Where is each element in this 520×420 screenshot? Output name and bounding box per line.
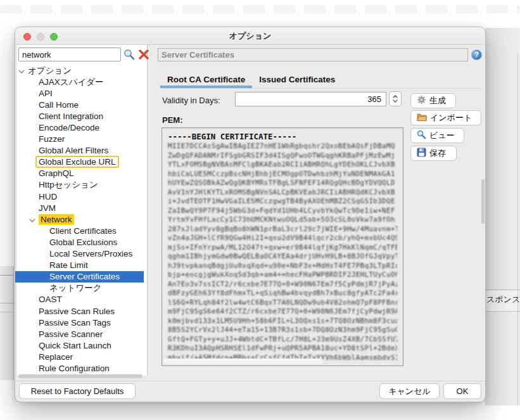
import-button[interactable]: インポート xyxy=(410,110,481,125)
pem-redacted-line: MIIE7DCCAsSgAwIBAgIEZ7nHE1WbRgbqshr2QxoB… xyxy=(168,142,397,151)
chevron-down-icon[interactable] xyxy=(18,67,25,73)
tree-item-oast[interactable]: OAST xyxy=(15,294,144,305)
tree-vertical-scrollbar[interactable] xyxy=(481,179,485,224)
tree-item-client-certificates[interactable]: Client Certificates xyxy=(15,225,144,236)
help-icon[interactable]: ? xyxy=(471,49,482,60)
tree-item-local-servers-proxies[interactable]: Local Servers/Proxies xyxy=(15,248,144,260)
tree-search-input[interactable] xyxy=(18,48,121,61)
tree-item-label: オプション xyxy=(28,65,72,76)
pem-redacted-line: i+JvdTEOTF1HwVGaILE5MCczgwgTB4ByAXOEhMBZ… xyxy=(168,197,397,207)
pem-redacted-line: GftQ+FGTy+y+uJJ+4WbtdC+TBfLc/7H8L+J3m9Us… xyxy=(168,335,397,345)
tree-item-global-exclude-url[interactable]: Global Exclude URL xyxy=(15,156,144,168)
gear-icon xyxy=(417,95,426,106)
view-button[interactable]: ビュー xyxy=(410,128,464,143)
tree-item-encode-decode[interactable]: Encode/Decode xyxy=(15,122,144,133)
tree-item-label: Httpセッション xyxy=(39,179,98,190)
tree-item-label: ネットワーク xyxy=(49,283,102,293)
dialog-title: オプション xyxy=(15,27,485,45)
tree-horizontal-scrollbar[interactable] xyxy=(18,374,143,378)
view-button-label: ビュー xyxy=(429,130,455,141)
tree-item-label: Fuzzer xyxy=(39,134,65,144)
tree-item-rate-limit[interactable]: Rate Limit xyxy=(15,260,144,271)
search-icon[interactable] xyxy=(123,48,136,61)
tree-item-global-alert-filters[interactable]: Global Alert Filters xyxy=(15,145,144,156)
pem-redacted-block: MIIE7DCCAsSgAwIBAgIEZ7nHE1WbRgbqshr2QxoB… xyxy=(168,142,397,362)
pem-redacted-line: m9FjC95gS6e64f2CTZ/r6cxbe7E77Q+0+W90N6JE… xyxy=(168,307,397,317)
save-button[interactable]: 保存 xyxy=(410,146,457,161)
pem-redacted-line: 287xJladYyv8gBqBo8hWN1prBaL3crl29c7jWIE+… xyxy=(168,225,397,234)
pem-redacted-line: mjSs+IFnYrpwA/ML12O47t+qxw+er9B44lqfjKg7… xyxy=(168,243,397,253)
panel-title: Server Certificates xyxy=(158,48,468,61)
tree-item-label: Global Alert Filters xyxy=(39,145,108,156)
pem-redacted-line: hJ9tvpkanqBdgjUu0xqXqd+u90e+NbF3x+MdHsT4… xyxy=(168,262,397,271)
tree-item-label: Replacer xyxy=(39,352,73,362)
pem-label: PEM: xyxy=(162,115,183,125)
chevron-down-icon[interactable] xyxy=(29,216,35,222)
validity-in-days-field[interactable] xyxy=(235,92,386,106)
tab-issued-certificates[interactable]: Issued Certificates xyxy=(252,73,342,88)
floppy-icon xyxy=(417,148,426,159)
import-button-label: インポート xyxy=(430,112,472,124)
tab-root-ca-certificate[interactable]: Root CA Certificate xyxy=(160,73,252,88)
tree-item-replacer[interactable]: Replacer xyxy=(15,351,144,362)
tree-item-ajax[interactable]: AJAXスパイダー xyxy=(15,76,144,87)
pem-textarea[interactable]: -----BEGIN CERTIFICATE----- MIIE7DCCAsSg… xyxy=(162,127,403,366)
tree-item-item-19[interactable]: ネットワーク xyxy=(15,283,144,294)
tree-item-quick-start-launch[interactable]: Quick Start Launch xyxy=(15,340,144,351)
magnifier-icon xyxy=(417,130,426,141)
generate-button[interactable]: 生成 xyxy=(410,93,456,108)
tree-item-rule-configuration[interactable]: Rule Configuration xyxy=(15,362,144,374)
tree-item-global-exclusions[interactable]: Global Exclusions xyxy=(15,236,144,248)
pem-redacted-line: qghm1IBhjymGdw0BwQELBaOCAYEAa4drjUHvH9LB… xyxy=(168,252,397,262)
tree-item-call-home[interactable]: Call Home xyxy=(15,99,144,110)
tree-item-passive-scan-rules[interactable]: Passive Scan Rules xyxy=(15,305,144,317)
pem-redacted-line: hbiCaLUE5MCczpBscNHjBhbjECMOgpOTDwhbzhMj… xyxy=(168,170,397,179)
tree-item-label: Global Exclude URL xyxy=(35,156,119,168)
validity-stepper[interactable] xyxy=(389,91,402,106)
tree-item-network[interactable]: Network xyxy=(15,213,144,225)
tree-item-label: Quick Start Launch xyxy=(39,340,111,351)
validity-in-days-label: Validity in Days: xyxy=(162,96,220,105)
pem-redacted-line: AvV1nYJHlKYTLxROMSBgNVnSALCpBKVEabJRCIiA… xyxy=(168,188,397,198)
tree-item-item-0[interactable]: オプション xyxy=(15,65,144,76)
pem-redacted-line: R3KDhuI3AQpHSRHSEl1dFwPRj+uQPR5APBA18uc+… xyxy=(168,344,397,353)
tree-item-passive-scan-tags[interactable]: Passive Scan Tags xyxy=(15,317,144,328)
footer-separator xyxy=(15,381,485,381)
tree-item-label: Local Servers/Proxies xyxy=(49,248,132,259)
pem-redacted-line: k0mjbvd133x1LM5U9Hh+58b6FIL+L3OQxs1s+7TQ… xyxy=(168,317,397,326)
tree-item-label: Server Certificates xyxy=(49,271,120,282)
tree-item-server-certificates[interactable]: Server Certificates xyxy=(15,271,144,283)
dialog-titlebar: オプション xyxy=(15,27,485,45)
pem-redacted-line: lS6Q+RYLqh84f2lw4wtC6BqxT7A0LNQDw9ub4V82… xyxy=(168,298,397,308)
tree-item-label: Global Exclusions xyxy=(49,237,117,248)
tree-item-hud[interactable]: HUD xyxy=(15,191,144,202)
clear-search-icon[interactable] xyxy=(137,49,150,61)
tree-item-client-integration[interactable]: Client Integration xyxy=(15,110,144,122)
tree-item-label: JVM xyxy=(39,203,56,213)
pem-redacted-line: bjp+eocgjgWukXoq5d3qb+am4+=hecFHaPWPBRDI… xyxy=(168,270,397,280)
background-response-tab-fragment: スポンス xyxy=(486,294,520,305)
tree-item-http[interactable]: Httpセッション xyxy=(15,179,144,191)
tree-item-jvm[interactable]: JVM xyxy=(15,202,144,213)
tree-item-label: AJAXスパイダー xyxy=(39,77,104,87)
tree-item-label: OAST xyxy=(39,294,62,305)
cancel-button[interactable]: キャンセル xyxy=(379,383,440,399)
generate-button-label: 生成 xyxy=(429,95,446,106)
pem-redacted-line: hUYEwZQSOBkAZwQgQKBYMRsTFBgLSFNFEF14RQgQ… xyxy=(168,179,397,188)
tree-item-label: Client Integration xyxy=(39,111,103,122)
background-window-right-edge: スポンス xyxy=(485,28,520,405)
save-button-label: 保存 xyxy=(429,148,446,159)
ok-button[interactable]: OK xyxy=(443,383,481,399)
pem-horizontal-scrollbar[interactable] xyxy=(163,359,323,364)
tree-item-graphql[interactable]: GraphQL xyxy=(15,168,144,179)
tree-item-passive-scanner[interactable]: Passive Scanner xyxy=(15,328,144,340)
tree-item-label: GraphQL xyxy=(39,168,74,179)
tree-item-label: Rule Configuration xyxy=(39,363,110,374)
tree-item-label: HUD xyxy=(39,191,57,202)
tree-item-label: Passive Scan Rules xyxy=(39,306,115,317)
tree-item-api[interactable]: API xyxy=(15,87,144,99)
tree-item-fuzzer[interactable]: Fuzzer xyxy=(15,134,144,145)
certificate-tabs: Root CA Certificate Issued Certificates xyxy=(160,73,481,89)
reset-to-factory-defaults-button[interactable]: Reset to Factory Defaults xyxy=(19,383,136,399)
options-dialog: オプション オプションAJAXスパイダーAPICall HomeClient I… xyxy=(15,27,486,402)
